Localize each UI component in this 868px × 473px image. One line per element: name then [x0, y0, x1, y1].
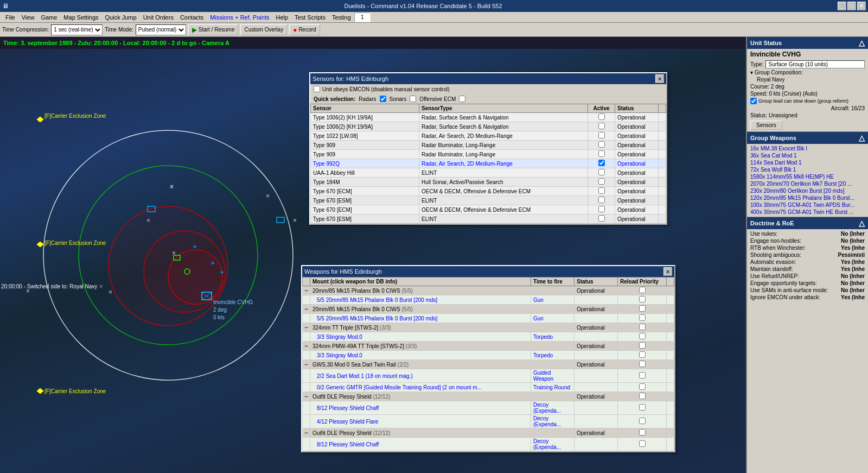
- sensor-row[interactable]: Type 909 Radar Illuminator, Long-Range O…: [311, 141, 666, 150]
- weapon-name[interactable]: 4/12 Plessey Shield Flare: [310, 415, 531, 428]
- weapon-item-row[interactable]: 3/3 Stingray Mod.0 Torpedo: [303, 332, 674, 342]
- mount-expand[interactable]: −: [303, 428, 310, 438]
- group-weapon-item[interactable]: 36x Sea Cat Mod 1: [747, 152, 868, 159]
- weapon-mount-row[interactable]: − 324mm TT Triple [STWS-2] (3/3) Operati…: [303, 323, 674, 332]
- close-button[interactable]: ✕: [857, 2, 866, 10]
- sensor-row[interactable]: Type 992Q Radar, Air Search, 2D Medium-R…: [311, 159, 666, 168]
- sensor-row[interactable]: Type 670 [ESM] ELINT Operational: [311, 196, 666, 205]
- menu-unit-orders[interactable]: Unit Orders: [140, 13, 177, 22]
- menu-map-settings[interactable]: Map Settings: [60, 13, 101, 22]
- sensors-panel-button[interactable]: Sensors: [750, 121, 782, 130]
- maximize-button[interactable]: □: [847, 2, 856, 10]
- radars-checkbox[interactable]: [380, 96, 386, 102]
- weapon-reload-cb[interactable]: [618, 438, 667, 451]
- weapon-mount-row[interactable]: − Outfit DLE Plessy Shield (12/12) Opera…: [303, 428, 674, 438]
- menu-test-scripts[interactable]: Test Scripts: [291, 13, 329, 22]
- menu-view[interactable]: View: [18, 13, 38, 22]
- menu-file[interactable]: File: [2, 13, 18, 22]
- weapon-item-row[interactable]: 0/2 Generic GMTR [Guided Missile Trainin…: [303, 383, 674, 392]
- group-weapon-item[interactable]: 16x MM.38 Exocet Blk I: [747, 145, 868, 152]
- weapon-mount-row[interactable]: − 20mm/85 Mk15 Phalanx Blk 0 CIWS (5/5) …: [303, 305, 674, 314]
- sensor-active[interactable]: [588, 205, 615, 215]
- weapon-name[interactable]: 8/12 Plessey Shield Chaff: [310, 401, 531, 415]
- weapon-item-row[interactable]: 8/12 Plessey Shield Chaff Decoy (Expenda…: [303, 438, 674, 451]
- sensor-active[interactable]: [588, 131, 615, 141]
- weapon-name[interactable]: 8/12 Plessey Shield Chaff: [310, 438, 531, 451]
- weapon-reload-cb[interactable]: [618, 369, 667, 383]
- unit-status-expand-icon[interactable]: △: [859, 39, 865, 47]
- sensor-active[interactable]: [588, 215, 615, 224]
- weapon-name[interactable]: 3/3 Stingray Mod.0: [310, 351, 531, 360]
- weapon-item-row[interactable]: 5/5 20mm/85 Mk15 Phalanx Blk 0 Burst [20…: [303, 314, 674, 323]
- group-weapons-expand-icon[interactable]: △: [859, 134, 865, 142]
- sensors-close-button[interactable]: ✕: [655, 74, 664, 83]
- sensor-row[interactable]: Type 670 [ECM] OECM & DECM, Offensive & …: [311, 187, 666, 196]
- custom-overlay-button[interactable]: Custom Overlay: [240, 24, 287, 35]
- mount-expand[interactable]: −: [303, 392, 310, 401]
- mount-expand[interactable]: −: [303, 360, 310, 369]
- group-weapon-item[interactable]: 100x 30mm/75 GCM-A01 Twin APDS Bur...: [747, 201, 868, 209]
- sensor-active[interactable]: [588, 122, 615, 131]
- emcon-checkbox[interactable]: [314, 86, 320, 92]
- weapon-name[interactable]: 0/2 Generic GMTR [Guided Missile Trainin…: [310, 383, 531, 392]
- sensor-active[interactable]: [588, 159, 615, 168]
- mount-reload[interactable]: [618, 428, 667, 438]
- weapon-mount-row[interactable]: − GWS.30 Mod 0 Sea Dart Twin Rail (2/2) …: [303, 360, 674, 369]
- group-weapon-item[interactable]: 230x 20mm/80 Oerlikon Burst [20 mds]: [747, 187, 868, 194]
- weapon-mount-row[interactable]: − Outfit DLE Plessy Shield (12/12) Opera…: [303, 392, 674, 401]
- weapon-mount-row[interactable]: − 324mm PMW-49A TT Triple [STWS-2] (3/3)…: [303, 342, 674, 351]
- offensive-ecm-checkbox[interactable]: [459, 96, 465, 102]
- group-weapon-item[interactable]: 400x 30mm/75 GCM-A01 Twin HE Burst ...: [747, 209, 868, 216]
- group-weapon-item[interactable]: 120x 20mm/85 Mk15 Phalanx Blk 0 Burst...: [747, 194, 868, 201]
- sensor-active[interactable]: [588, 196, 615, 205]
- weapon-reload-cb[interactable]: [618, 314, 667, 323]
- mount-reload[interactable]: [618, 305, 667, 314]
- sensor-active[interactable]: [588, 141, 615, 150]
- menu-help[interactable]: Help: [272, 13, 291, 22]
- menu-quick-jump[interactable]: Quick Jump: [102, 13, 140, 22]
- mount-reload[interactable]: [618, 323, 667, 332]
- sensor-row[interactable]: UAA-1 Abbey Hill ELINT Operational: [311, 168, 666, 178]
- sensor-active[interactable]: [588, 168, 615, 178]
- sonars-checkbox[interactable]: [410, 96, 416, 102]
- weapon-reload-cb[interactable]: [618, 383, 667, 392]
- sensor-active[interactable]: [588, 187, 615, 196]
- group-weapon-item[interactable]: 114x Sea Dart Mod 1: [747, 159, 868, 166]
- group-weapon-item[interactable]: 1580x 114mm/55 Mk8 HE(MP) HE: [747, 173, 868, 180]
- sensor-row[interactable]: Type 1006(2) [KH 19/9A] Radar, Surface S…: [311, 113, 666, 122]
- group-lead-checkbox[interactable]: [750, 98, 757, 104]
- weapon-name[interactable]: 5/5 20mm/85 Mk15 Phalanx Blk 0 Burst [20…: [310, 295, 531, 305]
- weapon-item-row[interactable]: 8/12 Plessey Shield Chaff Decoy (Expenda…: [303, 401, 674, 415]
- menu-missions[interactable]: Missions + Ref. Points: [207, 13, 272, 22]
- weapon-reload-cb[interactable]: [618, 332, 667, 342]
- sensor-row[interactable]: Type 670 [ECM] OECM & DECM, Offensive & …: [311, 205, 666, 215]
- time-compression-select[interactable]: 1 sec (real-time): [51, 24, 103, 35]
- group-weapon-item[interactable]: 2070x 20mm/70 Oerlikon Mk7 Burst [20 ...: [747, 180, 868, 187]
- sensor-active[interactable]: [588, 113, 615, 122]
- sensors-titlebar[interactable]: Sensors for: HMS Edinburgh ✕: [310, 73, 666, 84]
- map-area[interactable]: Time: 3. september 1989 - Zulu: 20:00:00…: [0, 37, 746, 473]
- mount-reload[interactable]: [618, 286, 667, 295]
- mount-expand[interactable]: −: [303, 342, 310, 351]
- weapon-item-row[interactable]: 5/5 20mm/85 Mk15 Phalanx Blk 0 Burst [20…: [303, 295, 674, 305]
- sensor-row[interactable]: Type 1006(2) [KH 19/9A] Radar, Surface S…: [311, 122, 666, 131]
- time-mode-select[interactable]: Pulsed (normal): [136, 24, 186, 35]
- weapon-item-row[interactable]: 2/2 Sea Dart Mod 1 (18 on mount mag.) Gu…: [303, 369, 674, 383]
- record-button[interactable]: ●Record: [289, 24, 320, 35]
- mount-reload[interactable]: [618, 392, 667, 401]
- minimize-button[interactable]: _: [838, 2, 846, 10]
- weapon-mount-row[interactable]: − 20mm/85 Mk15 Phalanx Blk 0 CIWS (5/5) …: [303, 286, 674, 295]
- mount-reload[interactable]: [618, 342, 667, 351]
- sensor-row[interactable]: Type 909 Radar Illuminator, Long-Range O…: [311, 150, 666, 159]
- doctrine-expand-icon[interactable]: △: [859, 219, 865, 228]
- sensor-active[interactable]: [588, 178, 615, 187]
- start-resume-button[interactable]: ▶Start / Resume: [188, 24, 239, 35]
- sensor-row[interactable]: Type 184M Hull Sonar, Active/Passive Sea…: [311, 178, 666, 187]
- weapon-reload-cb[interactable]: [618, 295, 667, 305]
- menu-testing[interactable]: Testing: [329, 13, 354, 22]
- weapon-name[interactable]: 3/3 Stingray Mod.0: [310, 332, 531, 342]
- weapon-reload-cb[interactable]: [618, 415, 667, 428]
- weapons-titlebar[interactable]: Weapons for HMS Edinburgh ✕: [302, 266, 674, 277]
- weapon-reload-cb[interactable]: [618, 401, 667, 415]
- group-weapon-item[interactable]: 72x Sea Wolf Blk 1: [747, 166, 868, 173]
